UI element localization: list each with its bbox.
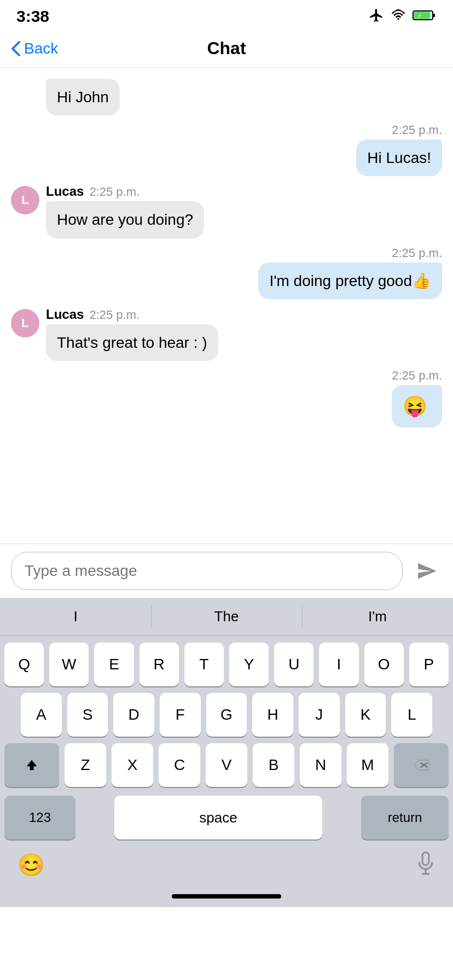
key-i[interactable]: I: [319, 643, 358, 686]
message-input[interactable]: [11, 552, 403, 590]
sender-info: Lucas 2:25 p.m.: [46, 184, 204, 199]
sender-name: Lucas: [46, 184, 84, 199]
emoji-button[interactable]: 😊: [18, 852, 45, 878]
key-row-bottom: 123 space return: [0, 796, 453, 844]
delete-key[interactable]: [394, 743, 449, 787]
message-time: 2:25 p.m.: [89, 308, 140, 322]
key-l[interactable]: L: [391, 693, 432, 737]
key-row-3: Z X C V B N M: [4, 743, 449, 787]
sender-name: Lucas: [46, 307, 84, 322]
home-indicator: [172, 894, 281, 899]
table-row: Hi John: [11, 79, 442, 115]
key-f[interactable]: F: [160, 693, 201, 737]
bubble-wrap: Hi John: [46, 79, 120, 115]
avatar: L: [11, 309, 39, 337]
key-x[interactable]: X: [112, 743, 153, 787]
message-time: 2:25 p.m.: [89, 185, 140, 199]
send-button[interactable]: [411, 556, 442, 586]
key-r[interactable]: R: [140, 643, 179, 686]
back-label: Back: [24, 40, 58, 57]
chat-area: Hi John 2:25 p.m. Hi Lucas! L Lucas 2:25…: [0, 68, 453, 544]
keyboard-extras: 😊: [0, 844, 453, 889]
num-key[interactable]: 123: [4, 796, 76, 839]
message-time: 2:25 p.m.: [392, 369, 442, 383]
message-bubble: How are you doing?: [46, 201, 204, 238]
key-q[interactable]: Q: [4, 643, 44, 686]
key-h[interactable]: H: [252, 693, 293, 737]
message-bubble: 😝: [392, 385, 442, 428]
key-c[interactable]: C: [159, 743, 200, 787]
mic-button[interactable]: [416, 851, 435, 878]
svg-rect-6: [422, 852, 429, 865]
key-t[interactable]: T: [184, 643, 224, 686]
key-s[interactable]: S: [67, 693, 108, 737]
key-row-1: Q W E R T Y U I O P: [4, 643, 449, 686]
key-a[interactable]: A: [21, 693, 62, 737]
airplane-icon: [369, 8, 384, 25]
nav-title: Chat: [207, 38, 246, 59]
space-key[interactable]: space: [114, 796, 322, 839]
keyboard: I The I'm Q W E R T Y U I O P A S D F G: [0, 598, 453, 907]
bubble-wrap: 2:25 p.m. Hi Lucas!: [356, 123, 442, 176]
key-d[interactable]: D: [113, 693, 154, 737]
table-row: 2:25 p.m. 😝: [11, 369, 442, 428]
key-o[interactable]: O: [364, 643, 404, 686]
key-k[interactable]: K: [345, 693, 386, 737]
keys-section: Q W E R T Y U I O P A S D F G H J K L: [0, 636, 453, 796]
bubble-wrap: Lucas 2:25 p.m. How are you doing?: [46, 184, 204, 238]
bubble-wrap: 2:25 p.m. 😝: [392, 369, 442, 428]
table-row: 2:25 p.m. Hi Lucas!: [11, 123, 442, 176]
table-row: L Lucas 2:25 p.m. That's great to hear :…: [11, 307, 442, 361]
shift-key[interactable]: [4, 743, 59, 787]
status-bar: 3:38 ⚡: [0, 0, 453, 30]
key-y[interactable]: Y: [229, 643, 269, 686]
key-j[interactable]: J: [299, 693, 340, 737]
back-button[interactable]: Back: [11, 40, 58, 57]
nav-bar: Back Chat: [0, 30, 453, 68]
input-area: [0, 544, 453, 598]
svg-rect-1: [433, 14, 435, 17]
wifi-icon: [390, 8, 407, 25]
key-b[interactable]: B: [253, 743, 294, 787]
autocomplete-item-3[interactable]: I'm: [302, 598, 453, 635]
key-u[interactable]: U: [274, 643, 313, 686]
key-v[interactable]: V: [206, 743, 247, 787]
key-z[interactable]: Z: [65, 743, 106, 787]
key-g[interactable]: G: [206, 693, 247, 737]
key-e[interactable]: E: [94, 643, 133, 686]
return-key[interactable]: return: [361, 796, 449, 839]
autocomplete-row: I The I'm: [0, 598, 453, 636]
status-icons: ⚡: [369, 8, 437, 25]
message-bubble: That's great to hear : ): [46, 324, 218, 361]
key-row-2: A S D F G H J K L: [4, 693, 449, 737]
svg-text:⚡: ⚡: [416, 12, 423, 19]
table-row: 2:25 p.m. I'm doing pretty good👍: [11, 246, 442, 299]
autocomplete-item-1[interactable]: I: [0, 598, 151, 635]
bubble-wrap: 2:25 p.m. I'm doing pretty good👍: [258, 246, 442, 299]
message-bubble: Hi John: [46, 79, 120, 115]
key-n[interactable]: N: [300, 743, 341, 787]
message-bubble: Hi Lucas!: [356, 139, 442, 176]
message-time: 2:25 p.m.: [356, 123, 442, 137]
key-w[interactable]: W: [49, 643, 89, 686]
battery-icon: ⚡: [413, 9, 437, 24]
key-p[interactable]: P: [409, 643, 449, 686]
home-indicator-wrap: [0, 889, 453, 907]
autocomplete-item-2[interactable]: The: [151, 598, 302, 635]
key-m[interactable]: M: [347, 743, 388, 787]
bubble-wrap: Lucas 2:25 p.m. That's great to hear : ): [46, 307, 218, 361]
sender-info: Lucas 2:25 p.m.: [46, 307, 218, 322]
message-time: 2:25 p.m.: [258, 246, 442, 260]
message-bubble: I'm doing pretty good👍: [258, 262, 442, 299]
status-time: 3:38: [16, 7, 49, 26]
avatar: L: [11, 186, 39, 214]
table-row: L Lucas 2:25 p.m. How are you doing?: [11, 184, 442, 238]
